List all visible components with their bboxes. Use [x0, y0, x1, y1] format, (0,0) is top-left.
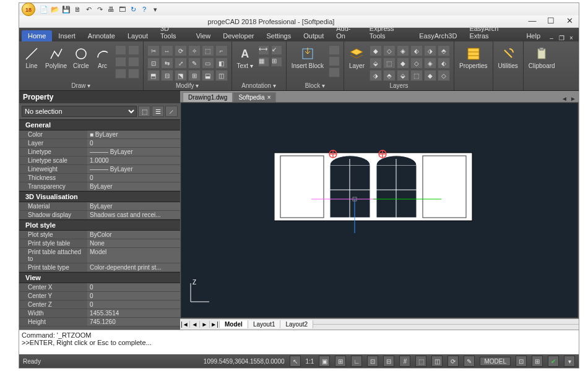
- property-row[interactable]: TransparencyByLayer: [19, 182, 180, 191]
- status-toggle[interactable]: ∟: [351, 356, 362, 367]
- doc-tab[interactable]: Drawing1.dwg: [183, 92, 233, 102]
- select-objects-icon[interactable]: ⟋: [165, 106, 178, 117]
- property-group-header[interactable]: 3D Visualisation: [19, 191, 180, 202]
- status-toggle[interactable]: ▾: [564, 356, 575, 367]
- selection-dropdown[interactable]: No selection: [22, 106, 137, 117]
- property-value[interactable]: ByColor: [87, 231, 180, 239]
- tab-express-tools[interactable]: Express Tools: [363, 23, 413, 41]
- property-value[interactable]: None: [87, 239, 180, 247]
- qat-save-icon[interactable]: 💾: [61, 4, 71, 14]
- status-cursor-icon[interactable]: ↖: [290, 356, 301, 367]
- layers-tool[interactable]: ◆: [370, 45, 382, 56]
- tab-3d-tools[interactable]: 3D Tools: [154, 23, 190, 41]
- tab-insert[interactable]: Insert: [52, 30, 82, 41]
- property-value[interactable]: Shadows cast and recei...: [87, 211, 180, 219]
- status-toggle[interactable]: ⬚: [415, 356, 426, 367]
- layout-nav-last[interactable]: ►|: [210, 321, 220, 328]
- layout-nav-first[interactable]: |◄: [180, 321, 190, 328]
- layout-nav-next[interactable]: ►: [200, 321, 210, 328]
- property-value[interactable]: 0: [87, 292, 180, 300]
- window-maximize-button[interactable]: ☐: [542, 15, 560, 28]
- qat-help-icon[interactable]: ?: [139, 4, 149, 14]
- layers-tool[interactable]: ⬚: [383, 58, 396, 69]
- property-value[interactable]: ■ ByLayer: [87, 130, 180, 139]
- doc-nav-prev[interactable]: ◄: [560, 95, 569, 102]
- mdi-close-button[interactable]: ×: [566, 35, 576, 41]
- layers-tool[interactable]: ◇: [410, 58, 423, 69]
- property-row[interactable]: Linetype——— ByLayer: [19, 148, 180, 156]
- close-icon[interactable]: ×: [267, 94, 271, 101]
- modify-tool[interactable]: ⊡: [147, 58, 160, 69]
- tab-easyarch3d[interactable]: EasyArch3D: [413, 30, 463, 41]
- pickadd-icon[interactable]: ☰: [152, 106, 164, 117]
- modify-tool[interactable]: ⟳: [175, 45, 187, 56]
- property-row[interactable]: Print table typeColor-dependent print st…: [19, 263, 180, 272]
- property-row[interactable]: MaterialByLayer: [19, 202, 180, 211]
- quick-select-icon[interactable]: ⬚: [138, 106, 150, 117]
- arc-button[interactable]: Arc: [94, 45, 111, 70]
- property-value[interactable]: Model: [87, 248, 180, 263]
- layers-tool[interactable]: ◆: [424, 70, 436, 81]
- property-value[interactable]: ByLayer: [87, 182, 180, 190]
- qat-redo-icon[interactable]: ↷: [95, 4, 105, 14]
- properties-button[interactable]: Properties: [458, 45, 489, 70]
- layout-tab-1[interactable]: Layout1: [248, 320, 281, 328]
- modify-tool[interactable]: ⬚: [202, 45, 214, 56]
- property-row[interactable]: Center Y0: [19, 292, 180, 301]
- modify-tool[interactable]: ⬔: [175, 70, 187, 81]
- status-toggle[interactable]: ⊞: [532, 356, 543, 367]
- layout-tab-2[interactable]: Layout2: [280, 320, 313, 328]
- property-row[interactable]: Layer0: [19, 139, 180, 148]
- tab-annotate[interactable]: Annotate: [82, 30, 121, 41]
- qat-dropdown-icon[interactable]: ▾: [150, 4, 160, 14]
- polyline-button[interactable]: Polyline: [44, 45, 68, 70]
- draw-extra-4[interactable]: [128, 57, 139, 67]
- status-toggle[interactable]: ⊞: [335, 356, 346, 367]
- layers-tool[interactable]: ⬖: [410, 45, 423, 56]
- modify-tool[interactable]: ◧: [215, 58, 228, 69]
- property-row[interactable]: Thickness0: [19, 174, 180, 182]
- layers-tool[interactable]: ◆: [397, 58, 409, 69]
- property-row[interactable]: Shadow displayShadows cast and recei...: [19, 211, 180, 220]
- draw-extra-2[interactable]: [128, 45, 139, 55]
- window-minimize-button[interactable]: —: [523, 15, 542, 28]
- status-toggle[interactable]: ⊡: [516, 356, 527, 367]
- block-tool[interactable]: [329, 67, 340, 77]
- qat-new-icon[interactable]: 📄: [39, 4, 49, 14]
- modify-tool[interactable]: ⌐: [215, 45, 228, 56]
- layers-tool[interactable]: ◈: [424, 58, 436, 69]
- block-tool[interactable]: [329, 45, 340, 55]
- property-value[interactable]: ——— ByLayer: [87, 148, 180, 156]
- layers-tool[interactable]: ◇: [383, 45, 396, 56]
- status-toggle[interactable]: ✎: [464, 356, 475, 367]
- tab-settings[interactable]: Settings: [260, 30, 297, 41]
- modify-tool[interactable]: ▭: [202, 58, 214, 69]
- status-toggle[interactable]: ▣: [319, 356, 330, 367]
- property-row[interactable]: Print style tableNone: [19, 239, 180, 248]
- property-row[interactable]: Width1455.3514: [19, 309, 180, 318]
- layout-tab-model[interactable]: Model: [220, 320, 248, 328]
- property-value[interactable]: 745.1260: [87, 318, 180, 326]
- property-group-header[interactable]: Plot style: [19, 220, 180, 231]
- modify-tool[interactable]: ✎: [188, 58, 201, 69]
- property-row[interactable]: Center X0: [19, 283, 180, 292]
- property-row[interactable]: Plot styleByColor: [19, 231, 180, 239]
- property-row[interactable]: Height745.1260: [19, 318, 180, 326]
- tab-help[interactable]: Help: [520, 30, 547, 41]
- modify-tool[interactable]: ⊞: [188, 70, 201, 81]
- utilities-button[interactable]: Utilities: [497, 45, 519, 70]
- mdi-restore-button[interactable]: ❐: [556, 35, 566, 41]
- tab-developer[interactable]: Developer: [217, 30, 260, 41]
- property-value[interactable]: ByLayer: [87, 202, 180, 210]
- line-button[interactable]: Line: [23, 45, 40, 70]
- tab-layout[interactable]: Layout: [121, 30, 154, 41]
- layers-tool[interactable]: ⬚: [410, 70, 423, 81]
- property-row[interactable]: Print table attached toModel: [19, 248, 180, 263]
- layout-nav-prev[interactable]: ◄: [190, 321, 200, 328]
- qat-plot-icon[interactable]: 🖶: [106, 4, 116, 14]
- clipboard-button[interactable]: Clipboard: [527, 45, 556, 70]
- status-model[interactable]: MODEL: [480, 357, 511, 366]
- tab-easyarch-extras[interactable]: EasyArch Extras: [463, 23, 520, 41]
- layers-tool[interactable]: ⬙: [397, 70, 409, 81]
- doc-nav-next[interactable]: ►: [569, 95, 577, 102]
